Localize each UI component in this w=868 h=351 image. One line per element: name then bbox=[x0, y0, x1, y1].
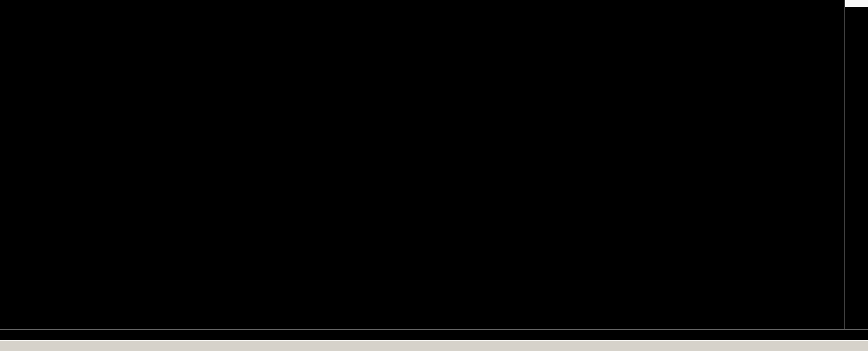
trading-terminal bbox=[0, 0, 868, 351]
candlestick-chart[interactable] bbox=[0, 0, 844, 329]
chart-canvas[interactable] bbox=[0, 0, 844, 329]
chart-tab-bar bbox=[0, 340, 868, 351]
bid-price-tag bbox=[845, 0, 868, 7]
chart-area bbox=[0, 0, 868, 329]
price-axis[interactable] bbox=[844, 0, 868, 329]
time-axis[interactable] bbox=[0, 329, 868, 340]
